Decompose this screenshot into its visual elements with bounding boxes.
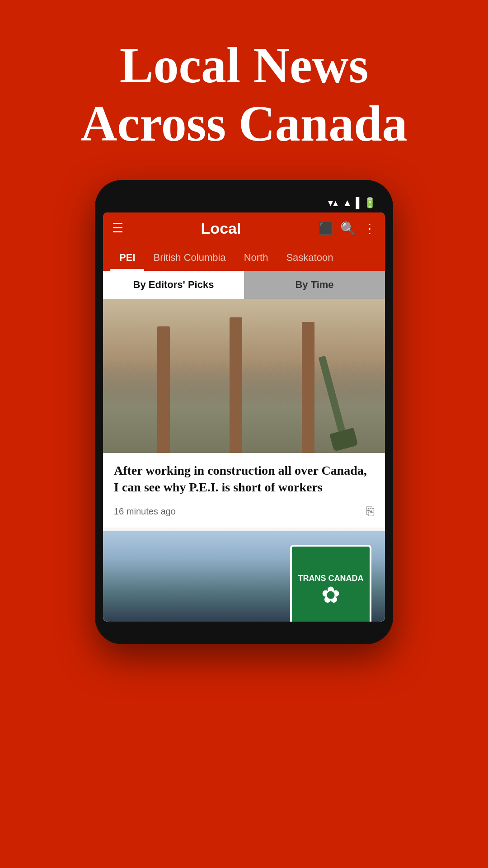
header-actions: ⬛ 🔍 ⋮ [319, 221, 376, 236]
article-1-image [103, 299, 385, 453]
battery-icon: 🔋 [364, 197, 376, 209]
status-bar: ▾▴ ▲▐ 🔋 [103, 193, 385, 212]
article-1-content: After working in construction all over C… [103, 453, 385, 528]
sort-by-time[interactable]: By Time [244, 271, 385, 299]
news-card-1[interactable]: After working in construction all over C… [103, 299, 385, 528]
hero-line1: Local News [120, 37, 369, 93]
more-options-icon[interactable]: ⋮ [363, 221, 376, 236]
hero-section: Local News Across Canada [0, 0, 488, 180]
phone-mockup: ▾▴ ▲▐ 🔋 ☰ Local ⬛ 🔍 ⋮ PEI British Columb… [0, 180, 488, 645]
menu-icon[interactable]: ☰ [112, 222, 123, 235]
cast-icon[interactable]: ⬛ [319, 222, 333, 236]
sort-bar: By Editors' Picks By Time [103, 271, 385, 299]
signal-icon: ▲▐ [343, 197, 359, 209]
app-title: Local [123, 220, 319, 237]
article-1-headline: After working in construction all over C… [114, 462, 374, 496]
tab-saskatoon[interactable]: Saskatoon [277, 245, 342, 271]
sort-editors-picks[interactable]: By Editors' Picks [103, 271, 244, 299]
article-1-time: 16 minutes ago [114, 506, 176, 517]
phone-body: ▾▴ ▲▐ 🔋 ☰ Local ⬛ 🔍 ⋮ PEI British Columb… [95, 180, 393, 645]
article-1-meta: 16 minutes ago ⎘ [114, 504, 374, 519]
wifi-icon: ▾▴ [328, 197, 338, 209]
trans-canada-sign: TRANS CANADA ✿ [290, 545, 371, 622]
tab-north[interactable]: North [235, 245, 277, 271]
tab-pei[interactable]: PEI [110, 245, 144, 271]
article-2-image: TRANS CANADA ✿ [103, 531, 385, 622]
tab-bar: PEI British Columbia North Saskatoon [103, 245, 385, 271]
maple-leaf-icon: ✿ [321, 584, 340, 606]
bookmark-icon-1[interactable]: ⎘ [366, 504, 374, 519]
search-icon[interactable]: 🔍 [340, 221, 356, 236]
tab-british-columbia[interactable]: British Columbia [144, 245, 235, 271]
news-card-2[interactable]: TRANS CANADA ✿ [103, 531, 385, 622]
app-screen: ☰ Local ⬛ 🔍 ⋮ PEI British Columbia North… [103, 212, 385, 622]
app-header: ☰ Local ⬛ 🔍 ⋮ [103, 212, 385, 245]
hero-title: Local News Across Canada [0, 36, 488, 153]
hero-line2: Across Canada [81, 95, 408, 151]
